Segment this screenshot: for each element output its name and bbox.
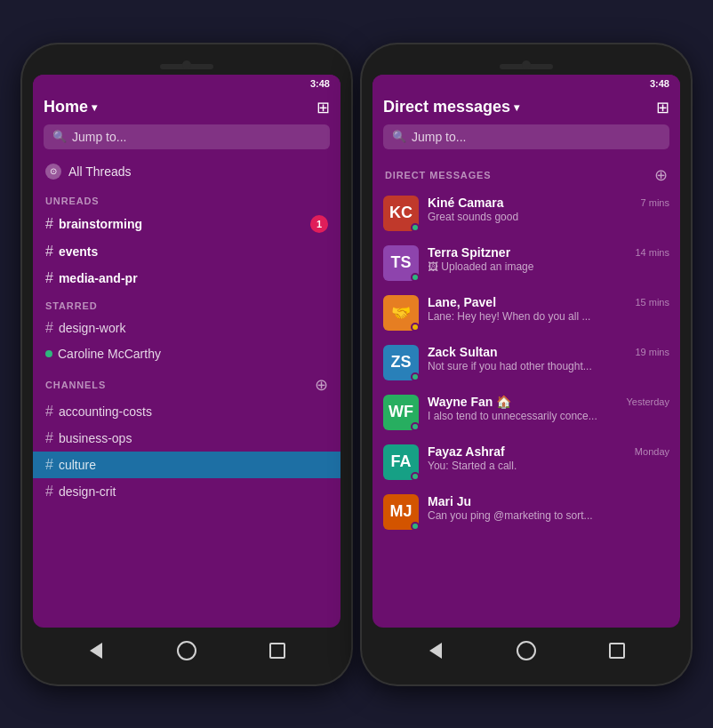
recents-button-left[interactable] (265, 638, 290, 663)
app-header-right: Direct messages ▾ ⊞ (373, 92, 680, 124)
grid-icon-left[interactable]: ⊞ (316, 98, 330, 117)
dm-item-0[interactable]: KC Kiné Camara 7 mins Great sounds good (373, 188, 680, 238)
hash-icon-6: # (45, 430, 53, 446)
channel-name-culture: culture (59, 458, 96, 472)
dm-item-2[interactable]: 🤝 Lane, Pavel 15 mins Lane: Hey hey! Whe… (373, 288, 680, 338)
channel-brainstorming[interactable]: # brainstorming 1 (33, 210, 340, 238)
section-starred-label: STARRED (33, 292, 340, 315)
channel-accounting-costs[interactable]: # accounting-costs (33, 398, 340, 425)
dm-item-6[interactable]: MJ Mari Ju Can you ping @marketing to so… (373, 487, 680, 537)
dm-info-mari: Mari Ju Can you ping @marketing to sort.… (428, 494, 669, 522)
avatar-wayne: WF (383, 395, 419, 430)
channel-culture[interactable]: # culture (33, 452, 340, 478)
status-time-left: 3:48 (310, 78, 330, 89)
dm-title: Direct messages (383, 98, 510, 116)
dm-time-kine: 7 mins (641, 197, 669, 208)
dm-info-wayne: Wayne Fan 🏠 Yesterday I also tend to unn… (428, 395, 669, 422)
dm-name-row-wayne: Wayne Fan 🏠 Yesterday (428, 395, 669, 409)
badge-brainstorming: 1 (310, 215, 328, 233)
search-bar-left[interactable]: 🔍 Jump to... (44, 124, 330, 149)
avatar-terra: TS (383, 245, 419, 281)
dm-time-fayaz: Monday (635, 446, 669, 457)
dm-preview-kine: Great sounds good (428, 211, 669, 223)
dm-username-terra: Terra Spitzner (428, 245, 510, 260)
add-dm-icon[interactable]: ⊕ (654, 165, 668, 185)
recents-button-right[interactable] (605, 638, 629, 663)
channel-business-ops[interactable]: # business-ops (33, 425, 340, 452)
dm-time-lane: 15 mins (635, 297, 669, 308)
all-threads-item[interactable]: ⊙ All Threads (33, 156, 340, 187)
app-title-left[interactable]: Home ▾ (44, 98, 97, 116)
dm-info-terra: Terra Spitzner 14 mins 🖼 Uploaded an ima… (428, 245, 669, 273)
dm-item-5[interactable]: FA Fayaz Ashraf Monday You: Started a ca… (373, 437, 680, 487)
back-button-right[interactable] (423, 638, 448, 663)
status-time-right: 3:48 (650, 78, 669, 89)
avatar-initials-kine: KC (389, 204, 413, 222)
channel-name-design-work: design-work (59, 321, 125, 335)
dm-preview-fayaz: You: Started a call. (428, 460, 669, 472)
section-channels-label: CHANNELS (45, 380, 106, 390)
dm-info-kine: Kiné Camara 7 mins Great sounds good (428, 196, 669, 223)
dm-list: KC Kiné Camara 7 mins Great sounds good … (373, 188, 680, 628)
avatar-fayaz: FA (383, 444, 419, 480)
bottom-nav-right (373, 633, 680, 668)
home-button-right[interactable] (514, 638, 539, 663)
back-button-left[interactable] (84, 638, 108, 663)
dm-item-1[interactable]: TS Terra Spitzner 14 mins 🖼 Uploaded an … (373, 238, 680, 288)
avatar-initials-fayaz: FA (390, 452, 411, 471)
avatar-initials-lane: 🤝 (391, 303, 411, 323)
home-button-left[interactable] (174, 638, 199, 663)
channel-name-business: business-ops (59, 431, 132, 445)
bottom-nav-left (33, 633, 340, 668)
dm-name-caroline: Caroline McCarthy (58, 347, 161, 361)
app-title-right[interactable]: Direct messages ▾ (383, 98, 519, 116)
avatar-kine: KC (383, 196, 419, 231)
app-header-left: Home ▾ ⊞ (33, 92, 340, 124)
status-dot-mari (411, 522, 420, 531)
left-screen: 3:48 Home ▾ ⊞ 🔍 Jump to... ⊙ All (33, 75, 340, 628)
hash-icon-7: # (45, 457, 53, 473)
avatar-initials-terra: TS (390, 253, 411, 272)
hash-icon-3: # (45, 270, 53, 286)
dm-preview-zack: Not sure if you had other thought... (428, 360, 669, 372)
avatar-initials-mari: MJ (389, 502, 412, 521)
status-dot-zack (411, 372, 420, 381)
dm-name-row-kine: Kiné Camara 7 mins (428, 196, 669, 210)
starred-design-work[interactable]: # design-work (33, 315, 340, 341)
screen-content-left: ⊙ All Threads UNREADS # brainstorming 1 … (33, 156, 340, 628)
online-dot-caroline (45, 350, 52, 357)
home-title: Home (44, 98, 88, 116)
dm-item-4[interactable]: WF Wayne Fan 🏠 Yesterday I also tend to … (373, 388, 680, 437)
dm-username-lane: Lane, Pavel (428, 295, 496, 309)
hash-icon-8: # (45, 484, 53, 500)
grid-icon-right[interactable]: ⊞ (656, 98, 669, 117)
starred-caroline[interactable]: Caroline McCarthy (33, 341, 340, 366)
channel-design-crit[interactable]: # design-crit (33, 478, 340, 505)
dm-time-terra: 14 mins (635, 247, 669, 258)
dm-info-zack: Zack Sultan 19 mins Not sure if you had … (428, 345, 669, 372)
dm-name-row-terra: Terra Spitzner 14 mins (428, 245, 669, 260)
channel-events[interactable]: # events (33, 238, 340, 265)
dropdown-arrow-right: ▾ (514, 101, 519, 114)
phone-top-bar-left (33, 60, 340, 69)
status-bar-right: 3:48 (373, 75, 680, 92)
add-channel-icon[interactable]: ⊕ (315, 375, 328, 395)
dm-username-zack: Zack Sultan (428, 345, 498, 359)
hash-icon-5: # (45, 404, 53, 420)
channel-name-brainstorming: brainstorming (59, 217, 142, 231)
left-phone: 3:48 Home ▾ ⊞ 🔍 Jump to... ⊙ All (22, 44, 351, 684)
search-placeholder-left: Jump to... (72, 130, 126, 144)
channel-media-and-pr[interactable]: # media-and-pr (33, 265, 340, 292)
dm-name-row-lane: Lane, Pavel 15 mins (428, 295, 669, 309)
search-bar-right[interactable]: 🔍 Jump to... (383, 124, 669, 149)
avatar-initials-wayne: WF (389, 403, 413, 421)
search-icon-left: 🔍 (52, 130, 67, 143)
status-dot-wayne (411, 422, 420, 431)
search-icon-right: 🔍 (392, 130, 406, 143)
dm-item-3[interactable]: ZS Zack Sultan 19 mins Not sure if you h… (373, 338, 680, 388)
right-phone: 3:48 Direct messages ▾ ⊞ 🔍 Jump to... DI… (362, 44, 691, 684)
dm-preview-terra: 🖼 Uploaded an image (428, 260, 669, 273)
channel-name-design-crit: design-crit (59, 484, 116, 499)
phone-top-bar-right (373, 60, 680, 69)
dm-username-mari: Mari Ju (428, 494, 471, 508)
